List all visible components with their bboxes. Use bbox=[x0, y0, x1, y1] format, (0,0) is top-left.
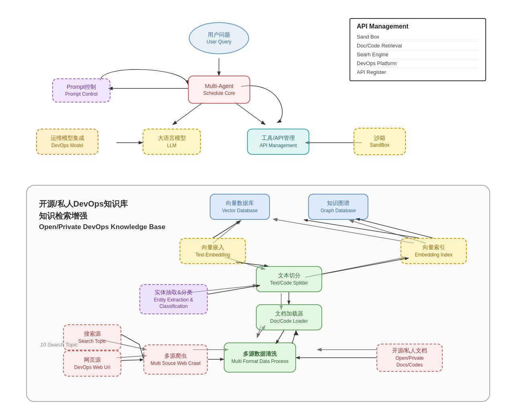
sandbox-node: 沙箱 SandBox bbox=[354, 128, 406, 155]
prompt-control-node: Prompt控制 Prompt Control bbox=[52, 78, 110, 102]
api-management-panel: API Management Sand Box Doc/Code Retriev… bbox=[350, 18, 486, 81]
api-item-3: Searh Engine bbox=[357, 50, 479, 59]
data-process-node: 多源数据清洗 Multi Format Data Process bbox=[224, 342, 296, 373]
graph-db-node: 知识图谱 Graph Database bbox=[308, 194, 368, 220]
web-url-node: 网页源 DevOps Web Url bbox=[63, 350, 121, 377]
svg-line-20 bbox=[304, 220, 419, 238]
svg-line-23 bbox=[322, 258, 409, 274]
svg-line-21 bbox=[356, 219, 433, 238]
doc-loader-node: 文档加载器 Doc/Code Loader bbox=[256, 304, 322, 330]
svg-line-4 bbox=[235, 102, 265, 125]
svg-marker-28 bbox=[294, 330, 298, 335]
api-panel-list: Sand Box Doc/Code Retrieval Searh Engine… bbox=[357, 33, 479, 76]
api-item-1: Sand Box bbox=[357, 33, 479, 41]
diagram-container: 用户问题 User Query Multi-Agent Schedule Cor… bbox=[0, 0, 511, 420]
svg-line-19 bbox=[213, 221, 240, 238]
svg-line-26 bbox=[276, 330, 284, 344]
vector-db-node: 向量数据库 Vector Database bbox=[210, 194, 270, 220]
api-item-4: DevOps Platform bbox=[357, 59, 479, 68]
svg-line-29 bbox=[121, 360, 143, 361]
kb-title: 开源/私人DevOps知识库 知识检索增强 Open/Private DevOp… bbox=[39, 198, 166, 232]
api-panel-title: API Management bbox=[357, 23, 479, 30]
devops-model-node: 运维模型集成 DevOps Model bbox=[36, 129, 98, 155]
user-query-node: 用户问题 User Query bbox=[189, 22, 249, 54]
api-item-2: Doc/Code Retrieval bbox=[357, 41, 479, 50]
api-management-node: 工具/API管理 API Management bbox=[247, 129, 309, 155]
svg-line-27 bbox=[292, 330, 296, 344]
multi-agent-node: Multi-Agent Schedule Core bbox=[188, 76, 250, 104]
embedding-index-node: 向量索引 Embedding Index bbox=[401, 238, 467, 264]
kb-container: 开源/私人DevOps知识库 知识检索增强 Open/Private DevOp… bbox=[26, 185, 490, 402]
search-topic-count: 10 Search Topic bbox=[40, 342, 78, 348]
svg-line-3 bbox=[173, 102, 203, 125]
api-item-5: API Register bbox=[357, 68, 479, 76]
text-splitter-node: 文本切分 Text/Code Splitter bbox=[256, 266, 322, 292]
entity-extraction-node: 实体抽取&分类 Entity Extraction & Classificati… bbox=[139, 284, 208, 314]
llm-node: 大语言模型 LLM bbox=[143, 129, 201, 155]
multi-source-crawl-node: 多源爬虫 Multi Souce Web Crawl bbox=[143, 344, 208, 375]
text-embedding-node: 向量嵌入 Text Embedding bbox=[180, 238, 246, 264]
svg-line-24 bbox=[208, 285, 260, 294]
open-private-docs-node: 开源/私人文档 Open/Private Docs/Codes bbox=[376, 344, 443, 372]
